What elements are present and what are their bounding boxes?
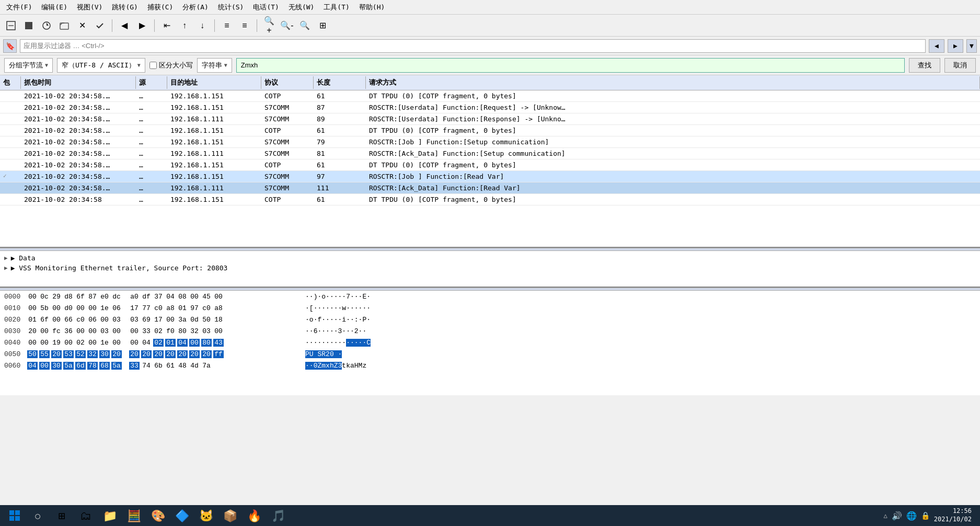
hex-byte[interactable]: 6b: [153, 362, 164, 370]
hex-byte[interactable]: 1e: [99, 339, 110, 347]
toolbar-zoom-out[interactable]: 🔍-: [279, 18, 295, 33]
hex-byte[interactable]: df: [141, 293, 152, 301]
hex-byte[interactable]: 20: [201, 350, 212, 358]
table-row[interactable]: ✓2021-10-02 20:34:58.……192.168.1.151S7CO…: [0, 171, 980, 182]
hex-byte[interactable]: 00: [129, 339, 140, 347]
toolbar-forward[interactable]: ▶: [134, 18, 150, 33]
hex-byte[interactable]: 3a: [177, 316, 188, 324]
hex-byte[interactable]: 00: [213, 293, 224, 301]
hex-byte[interactable]: 7a: [201, 362, 212, 370]
hex-byte[interactable]: 32: [189, 327, 200, 335]
hex-byte[interactable]: 00: [87, 304, 98, 312]
taskbar-app-btn[interactable]: 📁: [98, 506, 121, 525]
hex-byte[interactable]: 20: [177, 350, 188, 358]
detail-data-item[interactable]: ▶ ▶ Data: [4, 253, 976, 263]
menu-file[interactable]: 文件(F): [2, 1, 36, 14]
hex-byte[interactable]: c0: [75, 316, 86, 324]
filter-forward-btn[interactable]: ▶: [948, 39, 963, 53]
hex-byte[interactable]: 20: [165, 350, 176, 358]
toolbar-prev-packet[interactable]: ↑: [177, 18, 192, 33]
hex-byte[interactable]: f0: [165, 327, 176, 335]
taskbar-app-btn[interactable]: 🗂: [74, 506, 97, 525]
hex-byte[interactable]: 06: [111, 304, 122, 312]
encoding-dropdown[interactable]: 窄（UTF-8 / ASCII） ▼: [57, 58, 145, 73]
taskbar-app-btn[interactable]: 🎨: [146, 506, 169, 525]
menu-stats[interactable]: 统计(S): [214, 1, 248, 14]
hex-byte[interactable]: 80: [201, 339, 212, 347]
hex-byte[interactable]: a8: [165, 304, 176, 312]
hex-byte[interactable]: 50: [27, 350, 38, 358]
taskbar-search-btn[interactable]: ○: [27, 507, 48, 524]
hex-byte[interactable]: 87: [87, 293, 98, 301]
table-row[interactable]: 2021-10-02 20:34:58.……192.168.1.151S7COM…: [0, 136, 980, 148]
menu-wireless[interactable]: 无线(W): [284, 1, 318, 14]
hex-byte[interactable]: 5b: [39, 304, 50, 312]
find-button[interactable]: 查找: [909, 58, 940, 73]
tray-network[interactable]: 🌐: [906, 511, 917, 521]
toolbar-back[interactable]: ◀: [117, 18, 132, 33]
hex-byte[interactable]: 04: [165, 293, 176, 301]
menu-telephone[interactable]: 电话(T): [249, 1, 283, 14]
taskbar-app-btn[interactable]: 📦: [218, 506, 241, 525]
hex-byte[interactable]: 01: [27, 316, 38, 324]
hex-byte[interactable]: 53: [63, 350, 74, 358]
hex-byte[interactable]: c0: [201, 304, 212, 312]
taskbar-app-btn[interactable]: 🧮: [122, 506, 145, 525]
menu-tools[interactable]: 工具(T): [319, 1, 353, 14]
toolbar-stop-capture[interactable]: [21, 18, 37, 33]
toolbar-new-capture[interactable]: [3, 18, 19, 33]
hex-byte[interactable]: 00: [39, 362, 50, 370]
hex-byte[interactable]: 0c: [39, 293, 50, 301]
hex-byte[interactable]: 00: [39, 339, 50, 347]
toolbar-restart-capture[interactable]: [39, 18, 54, 33]
hex-byte[interactable]: c0: [153, 304, 164, 312]
hex-byte[interactable]: 03: [111, 316, 122, 324]
taskbar-app-btn[interactable]: 🔷: [170, 506, 193, 525]
hex-byte[interactable]: 00: [75, 327, 86, 335]
table-row[interactable]: 2021-10-02 20:34:58…192.168.1.151COTP61D…: [0, 194, 980, 205]
hex-byte[interactable]: 01: [177, 304, 188, 312]
hex-byte[interactable]: 00: [27, 293, 38, 301]
toolbar-goto-packet[interactable]: ⇤: [159, 18, 175, 33]
hex-byte[interactable]: 55: [39, 350, 50, 358]
hex-byte[interactable]: 03: [201, 327, 212, 335]
hex-byte[interactable]: 77: [141, 304, 152, 312]
hex-byte[interactable]: 33: [129, 362, 140, 370]
hex-byte[interactable]: d0: [63, 304, 74, 312]
hex-byte[interactable]: 00: [87, 327, 98, 335]
hex-byte[interactable]: 00: [39, 327, 50, 335]
toolbar-save[interactable]: ✕: [74, 18, 90, 33]
table-row[interactable]: 2021-10-02 20:34:58.……192.168.1.111S7COM…: [0, 182, 980, 194]
hex-byte[interactable]: 30: [51, 362, 62, 370]
hex-byte[interactable]: 03: [129, 316, 140, 324]
hex-byte[interactable]: 17: [129, 304, 140, 312]
hex-byte[interactable]: 61: [165, 362, 176, 370]
hex-byte[interactable]: 78: [87, 362, 98, 370]
hex-byte[interactable]: 02: [75, 339, 86, 347]
case-sensitive-checkbox[interactable]: [149, 62, 157, 69]
taskbar-time[interactable]: 12:56 2021/10/02: [934, 507, 972, 523]
detail-vss-item[interactable]: ▶ ▶ VSS Monitoring Ethernet trailer, Sou…: [4, 263, 976, 273]
hex-byte[interactable]: 00: [189, 293, 200, 301]
hex-byte[interactable]: 00: [165, 316, 176, 324]
hex-byte[interactable]: 00: [111, 339, 122, 347]
toolbar-next-packet[interactable]: ↓: [194, 18, 210, 33]
hex-byte[interactable]: 19: [51, 339, 62, 347]
hex-byte[interactable]: 68: [99, 362, 110, 370]
hex-byte[interactable]: 20: [51, 350, 62, 358]
menu-edit[interactable]: 编辑(E): [37, 1, 71, 14]
hex-byte[interactable]: 50: [201, 316, 212, 324]
toolbar-colorize[interactable]: ≡: [219, 18, 235, 33]
hex-byte[interactable]: 20: [27, 327, 38, 335]
filter-dropdown-btn[interactable]: ▼: [966, 39, 977, 53]
toolbar-zoom-in[interactable]: 🔍+: [261, 18, 277, 33]
hex-byte[interactable]: 20: [153, 350, 164, 358]
hex-byte[interactable]: ff: [213, 350, 224, 358]
hex-byte[interactable]: 18: [213, 316, 224, 324]
hex-byte[interactable]: 36: [63, 327, 74, 335]
hex-byte[interactable]: 00: [189, 339, 200, 347]
menu-capture[interactable]: 捕获(C): [143, 1, 177, 14]
toolbar-resize-columns[interactable]: ⊞: [315, 18, 330, 33]
hex-byte[interactable]: 08: [177, 293, 188, 301]
hex-byte[interactable]: 17: [153, 316, 164, 324]
